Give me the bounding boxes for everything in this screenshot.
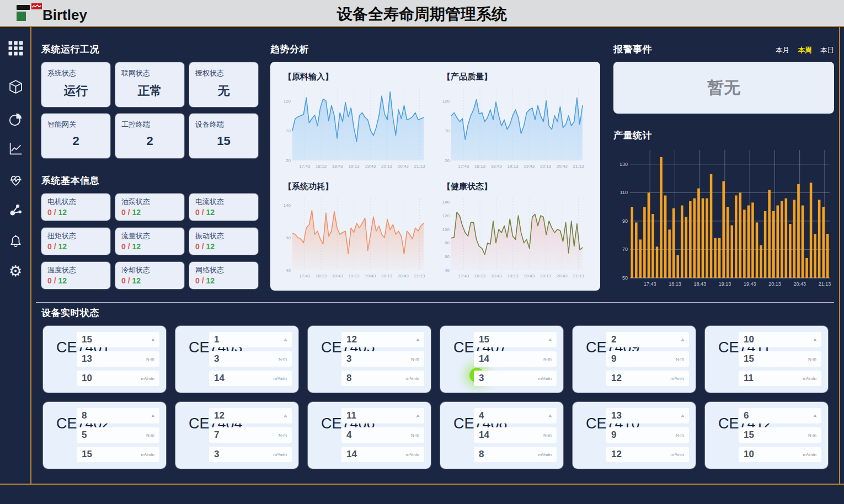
device-metric-row: 12A	[341, 332, 424, 347]
device-card-ce7405[interactable]: CE7405 12A3N·m8m³/min	[308, 326, 431, 393]
svg-text:20:13: 20:13	[381, 164, 393, 169]
info-card: 扭矩状态0 /12	[41, 228, 110, 255]
svg-text:20:43: 20:43	[398, 274, 409, 278]
device-metric-value: 11	[346, 410, 356, 421]
device-metric-unit: A	[549, 337, 552, 342]
svg-text:20:13: 20:13	[768, 281, 781, 287]
device-metric-row: 15A	[77, 332, 159, 347]
device-metric-row: 11m³/min	[739, 371, 821, 386]
device-card-ce7409[interactable]: CE7409 2A9N·m12m³/min	[573, 326, 696, 393]
device-metric-unit: A	[681, 414, 684, 419]
device-metric-row: 8m³/min	[474, 447, 557, 462]
tab-this-week[interactable]: 本周	[798, 46, 812, 54]
device-metric-value: 14	[479, 353, 489, 364]
device-card-ce7411[interactable]: CE7411 10A15N·m11m³/min	[705, 326, 828, 393]
device-metric-unit: m³/min	[671, 452, 684, 457]
trend-panel: 【原料输入】 17:4318:1318:4319:1319:4320:1320:…	[270, 62, 600, 291]
molecule-icon[interactable]	[7, 201, 24, 218]
chart-title: 【原料输入】	[284, 72, 437, 82]
info-card-label: 温度状态	[47, 265, 104, 275]
line-chart-icon[interactable]	[7, 140, 24, 157]
device-metric-unit: m³/min	[274, 376, 287, 381]
section-title-system-status: 系统运行工况	[41, 43, 99, 56]
info-card: 电流状态0 /12	[189, 194, 258, 221]
status-card-label: 设备终端	[195, 120, 252, 130]
info-card-value: 0 /12	[121, 242, 178, 251]
product-quality-line-chart: 17:4318:1318:4319:1319:4320:1320:4321:13…	[437, 82, 587, 174]
tab-today[interactable]: 本日	[820, 46, 834, 54]
pie-chart-icon[interactable]	[7, 111, 24, 127]
svg-text:120: 120	[284, 99, 291, 104]
device-metric-row: 10A	[739, 332, 821, 347]
cube-icon[interactable]	[7, 78, 24, 95]
device-metric-value: 4	[346, 430, 351, 441]
svg-text:17:43: 17:43	[299, 164, 311, 169]
info-card: 油泵状态0 /12	[115, 194, 184, 221]
device-metric-row: 15N·m	[739, 427, 821, 443]
chart-health-status: 【健康状态】 17:4318:1318:4319:1319:4320:1320:…	[437, 178, 596, 288]
tab-this-month[interactable]: 本月	[776, 46, 789, 54]
svg-text:90: 90	[622, 218, 628, 224]
device-metric-unit: A	[814, 414, 816, 419]
svg-text:20:43: 20:43	[793, 281, 806, 287]
device-metric-value: 3	[479, 373, 484, 384]
device-metric-unit: N·m	[146, 433, 154, 438]
device-metric-row: 15m³/min	[77, 447, 159, 462]
device-card-ce7403[interactable]: CE7403 1A3N·m14m³/min	[175, 326, 298, 393]
svg-text:18:13: 18:13	[316, 274, 327, 278]
svg-text:100: 100	[442, 227, 450, 232]
gear-icon[interactable]: ⚙	[7, 263, 24, 280]
device-card-ce7410[interactable]: CE7410 13A9N·m12m³/min	[573, 402, 696, 469]
svg-text:19:13: 19:13	[349, 164, 360, 169]
device-metric-value: 8	[346, 373, 351, 384]
device-metric-value: 5	[82, 430, 87, 441]
system-power-line-chart: 17:4318:1318:4319:1319:4320:1320:4321:13…	[278, 192, 428, 283]
svg-text:70: 70	[445, 128, 450, 133]
frame-bottom-line	[0, 484, 844, 485]
status-card-value: 2	[47, 134, 104, 148]
device-metric-row: 1A	[209, 332, 292, 347]
device-metric-unit: N·m	[146, 357, 154, 362]
device-metric-row: 3N·m	[209, 351, 292, 367]
device-card-ce7402[interactable]: CE7402 8A5N·m15m³/min	[43, 402, 166, 469]
device-card-ce7406[interactable]: CE7406 11A4N·m14m³/min	[308, 402, 431, 469]
device-metric-row: 3m³/min	[209, 447, 292, 462]
alarm-tabs: 本月 本周 本日	[770, 45, 834, 55]
svg-text:18:43: 18:43	[491, 164, 503, 169]
device-card-ce7408[interactable]: CE7408 4A14N·m8m³/min	[440, 402, 563, 469]
svg-text:60: 60	[445, 254, 450, 259]
svg-text:40: 40	[445, 268, 450, 273]
info-card-label: 电机状态	[47, 197, 104, 207]
status-card-value: 运行	[47, 83, 104, 99]
device-metric-value: 7	[214, 430, 219, 441]
production-bar-chart: 13011090705017:4318:1318:4319:1319:4320:…	[613, 142, 834, 296]
info-card: 振动状态0 /12	[189, 228, 258, 255]
info-card-label: 流量状态	[121, 231, 178, 241]
device-metric-row: 15N·m	[739, 351, 821, 367]
device-card-ce7404[interactable]: CE7404 12A7N·m3m³/min	[175, 402, 298, 469]
svg-text:17:43: 17:43	[644, 281, 656, 287]
chart-title: 【健康状态】	[442, 181, 596, 192]
svg-text:19:43: 19:43	[524, 164, 535, 169]
device-metric-unit: A	[814, 337, 816, 342]
bell-icon[interactable]	[7, 233, 24, 249]
svg-text:18:13: 18:13	[669, 281, 681, 287]
device-card-ce7407[interactable]: CE7407 15A14N·m3m³/min	[440, 326, 563, 393]
device-metric-value: 15	[744, 430, 754, 441]
svg-text:90: 90	[286, 235, 291, 240]
device-card-ce7401[interactable]: CE7401 15A13N·m10m³/min	[43, 326, 166, 393]
apps-grid-icon[interactable]	[7, 40, 24, 56]
status-card: 智能网关2	[41, 114, 110, 158]
device-metric-unit: m³/min	[538, 452, 552, 457]
device-metric-unit: N·m	[676, 433, 684, 438]
device-card-ce7412[interactable]: CE7412 6A15N·m10m³/min	[705, 402, 828, 469]
device-metric-unit: A	[152, 414, 154, 419]
status-card: 系统状态运行	[41, 62, 110, 107]
device-metric-row: 12A	[209, 408, 292, 423]
heart-pulse-icon[interactable]	[7, 171, 24, 188]
svg-text:20:43: 20:43	[398, 164, 409, 169]
device-metric-row: 11A	[341, 408, 424, 423]
status-card-value: 15	[195, 134, 252, 148]
section-title-system-info: 系统基本信息	[41, 174, 99, 187]
svg-text:18:43: 18:43	[332, 164, 344, 169]
